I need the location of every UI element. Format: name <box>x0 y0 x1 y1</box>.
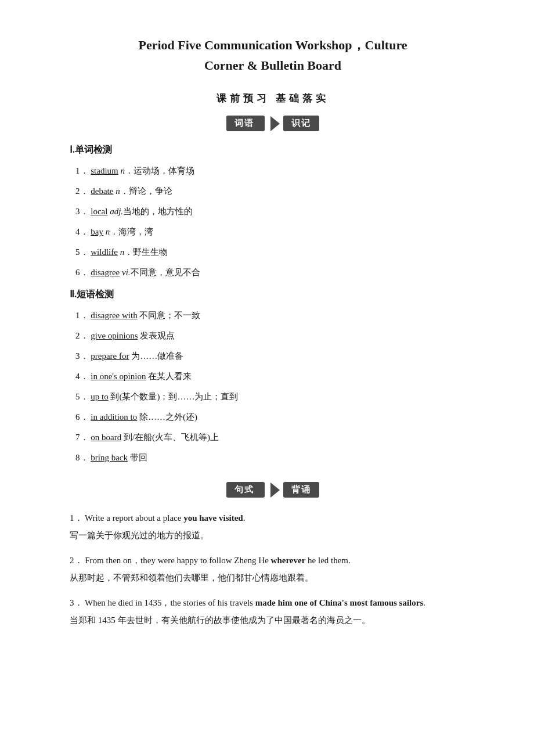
sentence-badge-row: 句式 背诵 <box>70 482 476 498</box>
phrase-section-header: Ⅱ.短语检测 <box>70 289 476 301</box>
phrase-item: 7． on board 到/在船(火车、飞机等)上 <box>75 430 476 445</box>
phrase-item: 1． disagree with 不同意；不一致 <box>75 308 476 323</box>
vocab-item: 6． disagree vi.不同意，意见不合 <box>75 265 476 280</box>
phrase-item: 6． in addition to 除……之外(还) <box>75 409 476 425</box>
vocab-item: 1． stadium n．运动场，体育场 <box>75 163 476 179</box>
sentence-en: 2． From then on，they were happy to follo… <box>70 553 476 568</box>
section-cn-title: 课前预习 基础落实 <box>70 92 476 105</box>
phrase-item: 4． in one's opinion 在某人看来 <box>75 369 476 384</box>
sentence-cn: 当郑和 1435 年去世时，有关他航行的故事使他成为了中国最著名的海员之一。 <box>70 613 476 628</box>
sentence-item: 2． From then on，they were happy to follo… <box>70 553 476 586</box>
sentence-item: 1． Write a report about a place you have… <box>70 510 476 543</box>
sentence-cn: 写一篇关于你观光过的地方的报道。 <box>70 528 476 543</box>
vocab-item: 2． debate n．辩论，争论 <box>75 183 476 199</box>
vocab-badge-row: 词语 识记 <box>70 116 476 131</box>
vocab-list: 1． stadium n．运动场，体育场2． debate n．辩论，争论3． … <box>75 163 476 280</box>
badge-arrow-icon <box>270 116 280 131</box>
vocab-badge-right: 识记 <box>283 116 319 131</box>
vocab-badge-left: 词语 <box>226 116 265 131</box>
vocab-item: 5． wildlife n．野生生物 <box>75 244 476 260</box>
sentence-badge-right: 背诵 <box>283 482 319 498</box>
sentence-badge-left: 句式 <box>226 482 265 498</box>
vocab-section-header: Ⅰ.单词检测 <box>70 144 476 156</box>
phrase-item: 2． give opinions 发表观点 <box>75 328 476 344</box>
phrase-item: 3． prepare for 为……做准备 <box>75 348 476 364</box>
sentence-cn: 从那时起，不管郑和领着他们去哪里，他们都甘心情愿地跟着。 <box>70 570 476 586</box>
phrase-item: 5． up to 到(某个数量)；到……为止；直到 <box>75 389 476 405</box>
sentence-section: 1． Write a report about a place you have… <box>70 510 476 628</box>
phrase-list: 1． disagree with 不同意；不一致2． give opinions… <box>75 308 476 466</box>
sentence-en: 1． Write a report about a place you have… <box>70 510 476 526</box>
vocab-item: 4． bay n．海湾，湾 <box>75 224 476 240</box>
sentence-en: 3． When he died in 1435，the stories of h… <box>70 595 476 611</box>
phrase-item: 8． bring back 带回 <box>75 450 476 466</box>
badge2-arrow-icon <box>270 483 280 498</box>
main-title: Period Five Communication Workshop，Cultu… <box>70 35 476 75</box>
sentence-item: 3． When he died in 1435，the stories of h… <box>70 595 476 628</box>
vocab-item: 3． local adj.当地的，地方性的 <box>75 204 476 219</box>
